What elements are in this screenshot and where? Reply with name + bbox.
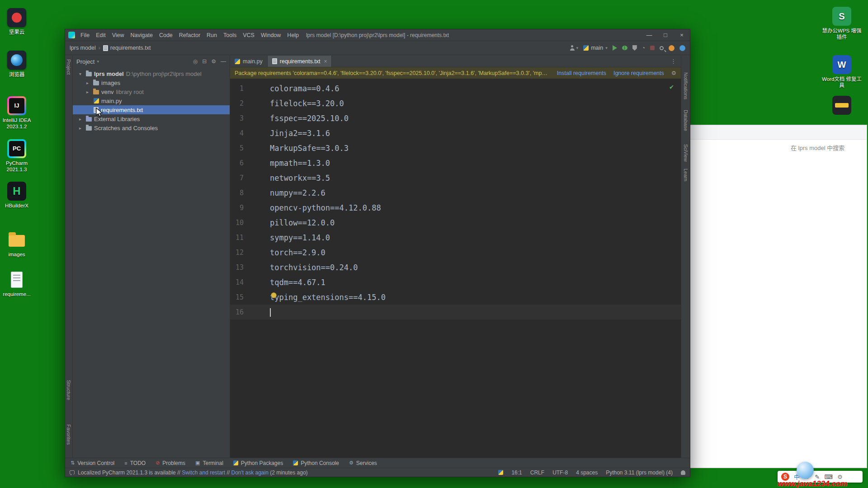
code-line[interactable]: 7 networkx==3.5 — [230, 170, 681, 185]
stripe-tool-button[interactable]: SciView — [683, 144, 689, 162]
dont-ask-again-link[interactable]: Don't ask again — [231, 469, 269, 476]
tree-collapsed-caret[interactable]: ▸ — [86, 80, 91, 85]
code-line[interactable]: 12 torch==2.9.0 — [230, 245, 681, 260]
menu-navigate[interactable]: Navigate — [127, 32, 156, 38]
tree-item-main-py[interactable]: main.py — [73, 96, 230, 105]
switch-restart-link[interactable]: Switch and restart — [182, 469, 225, 476]
code-line[interactable]: 5 MarkupSafe==3.0.3 — [230, 141, 681, 155]
tree-item-images[interactable]: ▸ images — [73, 78, 230, 87]
menu-vcs[interactable]: VCS — [240, 32, 258, 38]
tab-main-py[interactable]: main.py — [230, 56, 268, 67]
pycharm-window[interactable]: lprs model [D:\python proj\pr2\lprs mode… — [65, 29, 690, 477]
desktop-icon-misc-app[interactable] — [821, 96, 862, 117]
tree-collapsed-caret[interactable]: ▸ — [79, 117, 84, 122]
tab-requirements-txt[interactable]: requirements.txt × — [268, 56, 332, 67]
caret-position-widget[interactable]: 16:1 — [511, 469, 522, 476]
project-panel-title[interactable]: Project — [76, 58, 94, 65]
profiler-button[interactable]: ◔ — [642, 45, 645, 51]
collapse-all-icon[interactable]: ⊟ — [202, 58, 207, 65]
tool-button-python-console[interactable]: Python Console — [293, 460, 339, 466]
menu-help[interactable]: Help — [284, 32, 302, 38]
tree-item-venv[interactable]: ▸ venv library root — [73, 87, 230, 96]
banner-settings-icon[interactable]: ⚙ — [671, 70, 676, 76]
ignore-requirements-link[interactable]: Ignore requirements — [613, 70, 664, 76]
tool-button-todo[interactable]: ≡ TODO — [124, 460, 146, 466]
line-separator-widget[interactable]: CRLF — [530, 469, 544, 476]
explorer-search-hint[interactable]: 在 lprs model 中搜索 — [791, 143, 844, 152]
debug-button[interactable] — [622, 46, 627, 50]
code-line[interactable]: 9 opencv-python==4.12.0.88 — [230, 200, 681, 215]
code-line[interactable]: 16 — [230, 305, 681, 319]
code-line[interactable]: 11 sympy==1.14.0 — [230, 230, 681, 245]
hide-panel-icon[interactable]: — — [221, 58, 226, 65]
close-tab-icon[interactable]: × — [324, 58, 327, 65]
breadcrumb-project[interactable]: lprs model — [70, 45, 96, 51]
desktop-icon-word-tool[interactable]: W Word文档 修复工具 — [821, 55, 862, 89]
plugin-orange-icon[interactable] — [669, 45, 675, 51]
menu-refactor[interactable]: Refactor — [176, 32, 203, 38]
profile-menu[interactable]: ▾ — [570, 45, 579, 51]
desktop-icon-hbuilderx[interactable]: H HBuilderX — [0, 182, 36, 209]
intention-bulb-icon[interactable] — [271, 292, 277, 298]
tree-item-project-root[interactable]: ▾ lprs model D:\python proj\pr2\lprs mod… — [73, 69, 230, 78]
ime-handwrite-icon[interactable]: ✎ — [815, 474, 820, 480]
stripe-tool-button[interactable]: Notifications — [683, 72, 689, 99]
stripe-tool-button[interactable]: Database — [683, 110, 689, 131]
menu-view[interactable]: View — [109, 32, 127, 38]
stripe-structure-button[interactable]: Structure — [66, 380, 71, 400]
code-line[interactable]: 6 mpmath==1.3.0 — [230, 155, 681, 170]
explorer-window[interactable]: 在 lprs model 中搜索 — [690, 125, 867, 468]
encoding-widget[interactable]: UTF-8 — [552, 469, 568, 476]
run-button[interactable] — [613, 45, 617, 51]
tab-options-icon[interactable]: ⋮ — [666, 56, 681, 67]
tool-button-version-control[interactable]: ⇅ Version Control — [71, 460, 114, 466]
close-button[interactable]: × — [674, 32, 690, 38]
tool-button-terminal[interactable]: ▣ Terminal — [195, 460, 223, 466]
notifications-bell-icon[interactable] — [681, 470, 685, 475]
plugin-blue-icon[interactable] — [679, 45, 685, 51]
locate-file-icon[interactable]: ◎ — [193, 58, 198, 65]
desktop-icon-pycharm[interactable]: PC PyCharm 2021.1.3 — [0, 139, 36, 173]
breadcrumb-file[interactable]: requirements.txt — [110, 45, 151, 51]
assistant-floating-ball[interactable] — [797, 462, 814, 479]
desktop-icon-idea[interactable]: IJ IntelliJ IDEA 2023.1.2 — [0, 96, 36, 130]
code-line[interactable]: 1 colorama==0.4.6 — [230, 81, 681, 96]
tool-button-services[interactable]: ⚙ Services — [349, 460, 377, 466]
code-line[interactable]: 10 pillow==12.0.0 — [230, 215, 681, 230]
tree-item-scratches[interactable]: ▸ Scratches and Consoles — [73, 123, 230, 132]
menu-edit[interactable]: Edit — [93, 32, 109, 38]
stop-button[interactable] — [650, 46, 655, 50]
code-line[interactable]: 8 numpy==2.2.6 — [230, 185, 681, 200]
desktop-icon-browser[interactable]: 浏览器 — [0, 51, 36, 78]
menu-window[interactable]: Window — [258, 32, 284, 38]
code-line[interactable]: 13 torchvision==0.24.0 — [230, 260, 681, 275]
title-bar[interactable]: lprs model [D:\python proj\pr2\lprs mode… — [65, 29, 690, 41]
menu-file[interactable]: File — [77, 32, 93, 38]
tree-expanded-caret[interactable]: ▾ — [79, 71, 84, 76]
menu-code[interactable]: Code — [156, 32, 176, 38]
coverage-button[interactable] — [632, 45, 637, 51]
desktop-icon-images-folder[interactable]: images — [0, 230, 36, 258]
code-line[interactable]: 14 tqdm==4.67.1 — [230, 275, 681, 290]
code-editor[interactable]: 1 colorama==0.4.6 2 filelock==3.20.0 3 f… — [230, 79, 681, 458]
stripe-tool-button[interactable]: Learn — [683, 169, 689, 181]
ime-keyboard-icon[interactable]: ⌨ — [824, 474, 833, 480]
maximize-button[interactable]: □ — [657, 32, 674, 38]
indent-widget[interactable]: 4 spaces — [576, 469, 598, 476]
desktop-icon-sheet-tool[interactable]: S 慧办公WPS 增强插件 — [821, 7, 862, 41]
ime-settings-icon[interactable]: ⚙ — [837, 474, 843, 480]
stripe-project-button[interactable]: Project — [66, 59, 71, 75]
desktop-icon-cloud[interactable]: 坚果云 — [0, 8, 36, 35]
search-everywhere-icon[interactable] — [660, 46, 664, 50]
interpreter-widget[interactable]: Python 3.11 (lprs model) (4) — [606, 469, 673, 476]
tree-collapsed-caret[interactable]: ▸ — [79, 126, 84, 131]
menu-run[interactable]: Run — [203, 32, 220, 38]
chevron-down-icon[interactable]: ▾ — [97, 59, 99, 64]
install-requirements-link[interactable]: Install requirements — [557, 70, 606, 76]
code-line[interactable]: 4 Jinja2==3.1.6 — [230, 126, 681, 141]
code-line[interactable]: 3 fsspec==2025.10.0 — [230, 111, 681, 126]
tool-button-python-packages[interactable]: Python Packages — [233, 460, 283, 466]
menu-tools[interactable]: Tools — [220, 32, 240, 38]
tool-button-problems[interactable]: ⊘ Problems — [156, 460, 185, 466]
minimize-button[interactable]: — — [641, 32, 657, 38]
